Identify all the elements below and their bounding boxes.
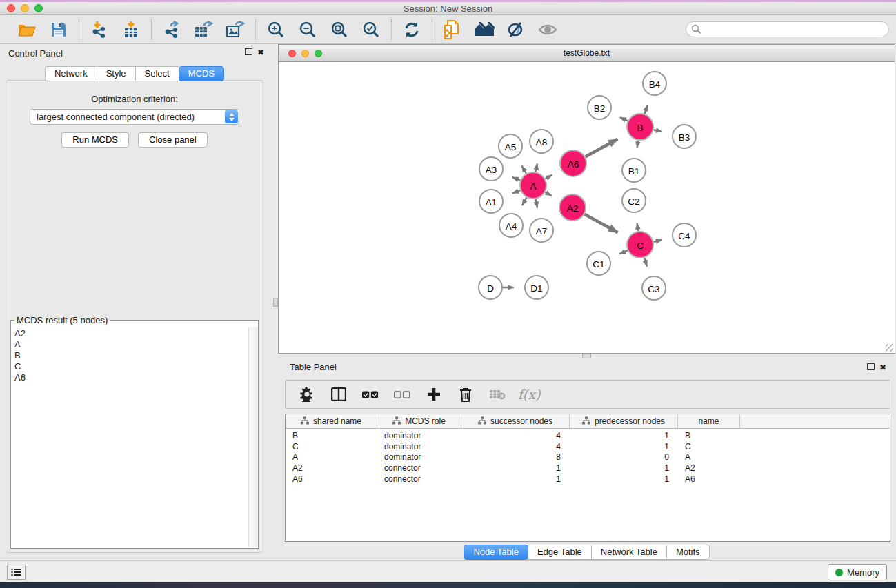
graph-node-B4[interactable]: B4: [643, 72, 666, 95]
show-hide-icon[interactable]: [537, 19, 558, 40]
close-table-panel-icon[interactable]: ✖: [879, 363, 886, 372]
table-cell[interactable]: C: [678, 442, 740, 453]
table-tab-motifs[interactable]: Motifs: [666, 545, 710, 560]
table-cell[interactable]: dominator: [377, 431, 461, 442]
graph-node-B3[interactable]: B3: [673, 125, 696, 148]
window-resize-grip[interactable]: [886, 344, 893, 352]
table-cell[interactable]: 1: [570, 463, 678, 474]
search-input[interactable]: [686, 21, 889, 37]
import-network-icon[interactable]: [89, 19, 110, 40]
result-item[interactable]: B: [12, 350, 248, 361]
refresh-icon[interactable]: [401, 19, 422, 40]
export-image-icon[interactable]: [225, 19, 246, 40]
save-icon[interactable]: [48, 19, 69, 40]
table-cell[interactable]: 1: [570, 474, 678, 485]
horizontal-splitter-grip[interactable]: [582, 354, 591, 358]
tab-network[interactable]: Network: [45, 66, 97, 81]
graph-edge-A-A5[interactable]: [522, 166, 526, 174]
table-row[interactable]: Bdominator41B: [286, 431, 890, 442]
column-header-MCDS-role[interactable]: MCDS role: [377, 414, 461, 428]
graph-edge-A2-C[interactable]: [585, 214, 618, 232]
graph-node-C4[interactable]: C4: [673, 223, 696, 247]
table-cell[interactable]: 4: [461, 431, 570, 442]
zoom-selected-icon[interactable]: [361, 19, 381, 40]
add-column-plus-icon[interactable]: [426, 385, 442, 403]
table-tab-node-table[interactable]: Node Table: [464, 545, 528, 560]
table-row[interactable]: A2connector11A2: [286, 463, 890, 474]
graph-edge-A-A8[interactable]: [536, 163, 537, 172]
graph-node-A3[interactable]: A3: [479, 157, 503, 181]
table-cell[interactable]: A: [678, 452, 740, 463]
vertical-splitter-grip[interactable]: [273, 298, 278, 307]
table-cell[interactable]: B: [286, 431, 377, 442]
graph-node-A4[interactable]: A4: [499, 214, 523, 237]
table-row[interactable]: Adominator80A: [286, 452, 890, 463]
column-header-predecessor-nodes[interactable]: predecessor nodes: [570, 414, 678, 428]
result-item[interactable]: A: [12, 339, 248, 350]
graph-edge-A-A2[interactable]: [545, 192, 551, 196]
graph-node-B1[interactable]: B1: [622, 159, 646, 182]
task-history-list-icon[interactable]: [7, 565, 26, 580]
graph-node-B2[interactable]: B2: [588, 96, 611, 119]
table-cell[interactable]: C: [286, 442, 377, 453]
graph-node-C2[interactable]: C2: [622, 189, 646, 212]
table-cell[interactable]: connector: [377, 463, 461, 474]
graph-edge-C-C4[interactable]: [654, 240, 662, 242]
open-session-file-icon[interactable]: [442, 19, 463, 40]
graph-node-A2[interactable]: A2: [559, 194, 586, 221]
table-cell[interactable]: A2: [678, 463, 740, 474]
table-cell[interactable]: 8: [461, 452, 570, 463]
table-cell[interactable]: 1: [461, 463, 570, 474]
graph-edge-B-B3[interactable]: [654, 130, 662, 132]
select-all-icon[interactable]: [362, 385, 379, 403]
result-scrollbar[interactable]: [248, 327, 257, 547]
graph-node-B[interactable]: B: [627, 114, 653, 140]
zoom-in-icon[interactable]: [266, 19, 286, 40]
graph-node-C1[interactable]: C1: [587, 252, 610, 275]
table-cell[interactable]: 4: [461, 442, 570, 453]
table-cell[interactable]: A: [286, 452, 377, 463]
export-network-icon[interactable]: [161, 19, 182, 40]
table-cell[interactable]: dominator: [377, 442, 461, 453]
table-cell[interactable]: 1: [461, 474, 570, 485]
table-cell[interactable]: A2: [286, 463, 377, 474]
import-table-icon[interactable]: [121, 19, 141, 40]
export-table-icon[interactable]: [193, 19, 214, 40]
graph-node-A[interactable]: A: [520, 172, 546, 199]
zoom-out-icon[interactable]: [297, 19, 318, 40]
float-table-panel-icon[interactable]: [867, 363, 875, 372]
table-row[interactable]: A6connector11A6: [286, 474, 890, 485]
table-tab-network-table[interactable]: Network Table: [591, 545, 667, 560]
graph-edge-A-A3[interactable]: [512, 177, 521, 181]
graph-edge-C-C1[interactable]: [619, 250, 628, 254]
graph-node-C[interactable]: C: [627, 232, 653, 258]
network-window-titlebar[interactable]: testGlobe.txt: [278, 44, 895, 62]
graph-edge-B-B4[interactable]: [644, 105, 647, 114]
table-cell[interactable]: A6: [286, 474, 377, 485]
graph-edge-A-A4[interactable]: [522, 198, 526, 206]
zoom-fit-icon[interactable]: [329, 19, 350, 40]
show-column-icon[interactable]: [330, 385, 347, 403]
table-cell[interactable]: B: [678, 431, 740, 442]
graph-node-A1[interactable]: A1: [479, 190, 503, 213]
graph-edge-A-A1[interactable]: [512, 190, 520, 193]
memory-button[interactable]: Memory: [828, 564, 887, 580]
tab-style[interactable]: Style: [97, 66, 136, 81]
close-panel-icon[interactable]: ✖: [257, 48, 264, 57]
graph-edge-A6-B[interactable]: [586, 139, 618, 157]
graph-edge-A-A7[interactable]: [536, 199, 537, 208]
graph-edge-B-B1[interactable]: [637, 141, 639, 148]
graph-node-A7[interactable]: A7: [530, 219, 553, 242]
toggle-graphics-details-icon[interactable]: [506, 19, 526, 40]
delete-trash-icon[interactable]: [457, 385, 474, 403]
open-folder-icon[interactable]: [17, 19, 37, 40]
graph-edge-C-C3[interactable]: [644, 258, 647, 266]
table-cell[interactable]: 1: [570, 442, 678, 453]
graph-node-A5[interactable]: A5: [499, 134, 522, 158]
tab-mcds[interactable]: MCDS: [179, 66, 224, 81]
table-cell[interactable]: A6: [678, 474, 740, 485]
graph-edge-B-B2[interactable]: [620, 117, 628, 121]
deselect-all-icon[interactable]: [394, 385, 410, 403]
column-header-name[interactable]: name: [678, 414, 740, 428]
table-cell[interactable]: 0: [570, 452, 678, 463]
